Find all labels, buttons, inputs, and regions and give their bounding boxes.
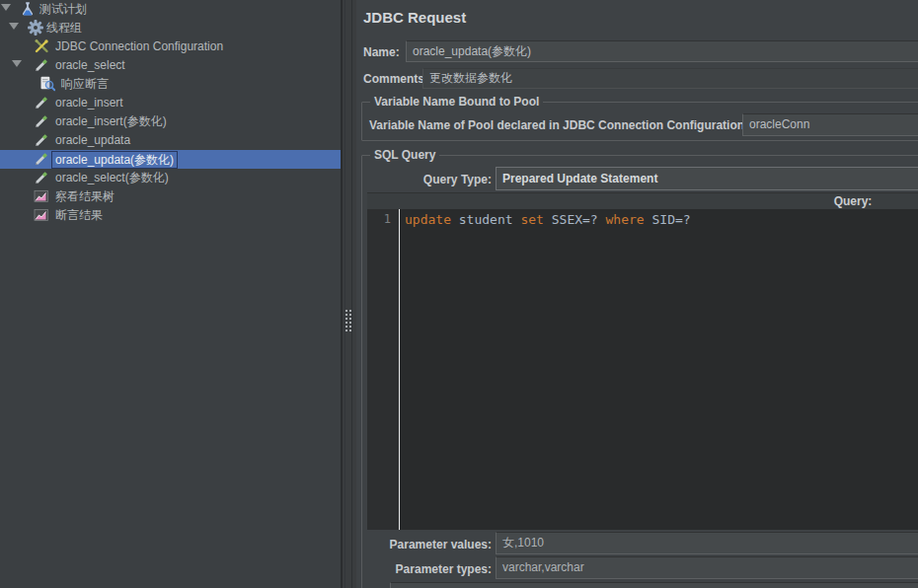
sql-group-title: SQL Query: [370, 148, 439, 162]
tree-item-label: oracle_select(参数化): [55, 169, 169, 187]
next-field-partial: [390, 582, 918, 588]
tree-item-label: 响应断言: [61, 75, 109, 94]
tree-item[interactable]: 断言结果: [0, 206, 341, 225]
comments-input[interactable]: 更改数据参数化: [422, 68, 918, 89]
tree-item[interactable]: oracle_select: [0, 56, 341, 75]
jdbc-request-panel: JDBC Request Name: oracle_updata(参数化) Co…: [357, 0, 918, 588]
parameter-types-input[interactable]: varchar,varchar: [496, 556, 918, 579]
sql-token-plain: student: [451, 212, 520, 227]
name-label: Name:: [363, 45, 400, 59]
sql-token-keyword: where: [606, 212, 645, 227]
jdbc-sampler-icon: [34, 170, 49, 185]
line-number-gutter: 1: [367, 209, 399, 530]
tree-item[interactable]: oracle_updata: [0, 131, 341, 150]
jdbc-sampler-icon: [34, 113, 49, 129]
jdbc-sampler-icon: [34, 151, 49, 167]
tree-item[interactable]: 响应断言: [0, 75, 341, 94]
tree-item-label: oracle_updata(参数化): [51, 151, 178, 169]
tree-item[interactable]: JDBC Connection Configuration: [0, 37, 341, 56]
query-type-select[interactable]: Prepared Update Statement: [496, 167, 918, 190]
jdbc-config-icon: [34, 38, 49, 54]
jdbc-sampler-icon: [34, 132, 49, 148]
jdbc-sampler-icon: [34, 57, 49, 73]
test-plan-tree: 测试计划线程组JDBC Connection Configurationorac…: [0, 0, 342, 588]
tree-item-label: oracle_insert: [55, 94, 123, 112]
tree-item-label: 线程组: [46, 19, 82, 37]
view-results-tree-icon: [34, 188, 49, 204]
tree-item[interactable]: oracle_select(参数化): [0, 169, 341, 187]
parameter-values-input[interactable]: 女,1010: [496, 532, 918, 554]
tree-item[interactable]: 测试计划: [0, 0, 341, 19]
parameter-types-label: Parameter types:: [363, 562, 492, 576]
tree-item[interactable]: oracle_insert: [0, 94, 341, 112]
sql-token-keyword: update: [405, 212, 451, 227]
tree-item-label: 察看结果树: [55, 187, 115, 206]
tree-item-label: oracle_select: [55, 56, 125, 75]
tree-item[interactable]: oracle_updata(参数化): [0, 150, 341, 169]
parameter-values-label: Parameter values:: [363, 538, 492, 551]
sql-code-line: update student set SSEX=? where SID=?: [405, 212, 691, 227]
pool-group-title: Variable Name Bound to Pool: [370, 95, 543, 109]
comments-label: Comments:: [363, 72, 428, 86]
query-header-band: Query:: [367, 192, 918, 209]
tree-item[interactable]: 察看结果树: [0, 187, 341, 206]
gutter-separator: [399, 209, 400, 530]
splitter-grip-icon[interactable]: [344, 309, 353, 333]
line-number: 1: [367, 212, 391, 226]
expand-arrow-icon[interactable]: [12, 60, 22, 67]
sql-token-plain: SID=?: [645, 212, 691, 227]
response-assertion-icon: [39, 76, 55, 92]
test-plan-icon: [20, 1, 36, 17]
sql-token-keyword: set: [520, 212, 543, 227]
tree-item[interactable]: 线程组: [0, 19, 341, 37]
jdbc-sampler-icon: [34, 95, 49, 110]
sql-editor[interactable]: 1 update student set SSEX=? where SID=?: [367, 209, 918, 530]
tree-item-label: 测试计划: [39, 0, 87, 19]
jmeter-window: 测试计划线程组JDBC Connection Configurationorac…: [0, 0, 918, 588]
thread-group-icon: [28, 20, 43, 36]
sql-token-plain: SSEX=?: [544, 212, 606, 227]
tree-item-label: JDBC Connection Configuration: [55, 37, 223, 56]
tree-item-label: oracle_updata: [55, 131, 130, 150]
query-type-label: Query Type:: [363, 173, 492, 186]
tree-item[interactable]: oracle_insert(参数化): [0, 112, 341, 131]
expand-arrow-icon[interactable]: [9, 23, 19, 30]
assertion-results-icon: [34, 207, 49, 223]
pool-variable-input[interactable]: oracleConn: [742, 113, 918, 136]
name-input[interactable]: oracle_updata(参数化): [406, 40, 918, 62]
tree-item-label: 断言结果: [55, 206, 103, 225]
tree-item-label: oracle_insert(参数化): [55, 112, 167, 131]
page-title: JDBC Request: [363, 9, 466, 26]
pool-variable-label: Variable Name of Pool declared in JDBC C…: [369, 118, 748, 132]
query-label: Query:: [811, 194, 894, 208]
panel-splitter[interactable]: [342, 0, 356, 588]
expand-arrow-icon[interactable]: [1, 4, 11, 11]
